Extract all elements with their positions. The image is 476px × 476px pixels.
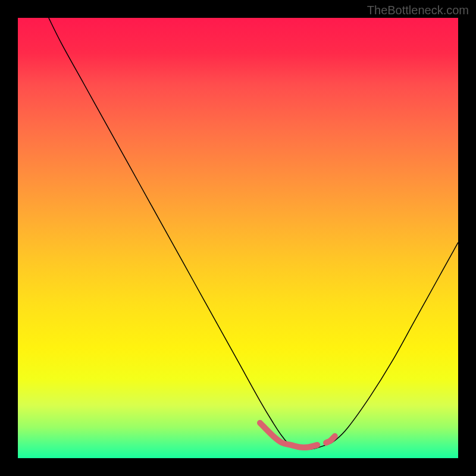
highlight-segment-2 bbox=[326, 436, 335, 443]
chart-plot-area bbox=[18, 18, 458, 458]
watermark-text: TheBottleneck.com bbox=[367, 4, 469, 17]
chart-svg bbox=[18, 18, 458, 458]
bottleneck-curve-line bbox=[49, 18, 458, 449]
highlight-segment-1 bbox=[260, 423, 317, 447]
